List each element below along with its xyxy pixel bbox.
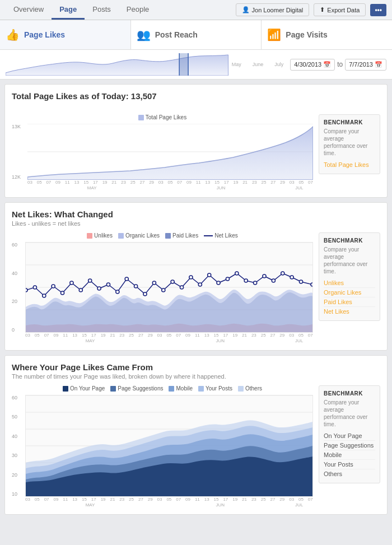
svg-point-37 — [263, 274, 266, 278]
x-numbers-where: 0305070911131517192123252729030507091113… — [25, 497, 313, 502]
legend-label-paid: Paid Likes — [172, 232, 198, 239]
y-20w: 20 — [12, 472, 23, 478]
svg-point-22 — [125, 277, 128, 281]
nav-right: 👤 Jon Loomer Digital ⬆ Export Data ••• — [236, 3, 386, 16]
total-likes-chart-main: Total Page Likes 13K 12K — [12, 114, 313, 190]
legend-suggestions: Page Suggestions — [110, 385, 163, 392]
date-to[interactable]: 7/7/2013 📅 — [345, 59, 386, 71]
date-to-value: 7/7/2013 — [349, 61, 373, 68]
calendar-from-icon: 📅 — [323, 61, 331, 68]
legend-dot-others — [238, 386, 244, 392]
total-likes-svg-area — [27, 124, 313, 180]
legend-your-posts: Your Posts — [198, 385, 232, 392]
where-likes-legend: On Your Page Page Suggestions Mobile You… — [12, 385, 313, 392]
total-likes-chart-container: 13K 12K — [12, 124, 313, 180]
net-likes-subtitle: Likes - unlikes = net likes — [12, 220, 380, 227]
month-jun: JUN — [156, 185, 285, 190]
benchmark-on-page[interactable]: On Your Page — [324, 431, 375, 441]
mini-jul-label: July — [274, 62, 283, 67]
user-btn[interactable]: 👤 Jon Loomer Digital — [236, 3, 310, 16]
total-likes-legend: Total Page Likes — [12, 114, 313, 120]
svg-point-20 — [106, 283, 110, 286]
where-month-jun: JUN — [155, 502, 285, 507]
svg-point-15 — [60, 291, 64, 295]
legend-paid: Paid Likes — [165, 232, 198, 239]
benchmark-net[interactable]: Net Likes — [324, 307, 375, 316]
legend-dot-your-posts — [198, 386, 204, 392]
where-likes-subtitle: The number of times your Page was liked,… — [12, 373, 380, 380]
more-btn[interactable]: ••• — [370, 4, 386, 16]
benchmark-title-where: BENCHMARK — [324, 390, 375, 397]
svg-point-27 — [171, 280, 174, 283]
total-likes-section-header: Total Page Likes as of Today: 13,507 — [4, 84, 388, 109]
nav-tab-overview[interactable]: Overview — [6, 1, 52, 20]
date-separator: to — [337, 60, 343, 68]
benchmark-unlikes[interactable]: Unlikes — [324, 278, 375, 288]
month-may: MAY — [27, 185, 156, 190]
benchmark-box-where: BENCHMARK Compare your average performan… — [319, 385, 380, 483]
legend-dot-suggestions — [110, 386, 116, 392]
date-from-value: 4/30/2013 — [294, 61, 321, 68]
y-label-12k: 12K — [12, 174, 25, 180]
svg-point-18 — [88, 279, 92, 282]
benchmark-item-total[interactable]: Total Page Likes — [324, 160, 375, 169]
svg-point-11 — [26, 288, 27, 292]
nav-tabs: Overview Page Posts People — [6, 1, 157, 20]
legend-label-suggestions: Page Suggestions — [118, 385, 163, 392]
legend-label-unlikes: Unlikes — [94, 232, 113, 239]
y-20: 20 — [12, 299, 23, 304]
net-likes-chart-area: Unlikes Organic Likes Paid Likes Net Lik… — [12, 232, 380, 343]
mini-may-label: May — [232, 62, 241, 67]
tab-page-likes[interactable]: 👍 Page Likes — [0, 20, 131, 49]
legend-label-mobile: Mobile — [176, 385, 192, 392]
benchmark-page-suggestions[interactable]: Page Suggestions — [324, 441, 375, 450]
svg-point-28 — [180, 286, 183, 289]
net-likes-chart-container: 60 40 20 0 — [12, 242, 313, 333]
where-likes-svg-container — [25, 395, 313, 497]
benchmark-mobile[interactable]: Mobile — [324, 450, 375, 460]
legend-dot-total — [138, 115, 144, 120]
nav-tab-page[interactable]: Page — [52, 1, 85, 20]
benchmark-paid[interactable]: Paid Likes — [324, 297, 375, 307]
legend-label-net: Net Likes — [214, 232, 238, 239]
where-likes-chart-area: On Your Page Page Suggestions Mobile You… — [12, 385, 380, 507]
legend-net: Net Likes — [204, 232, 238, 239]
x-months-net: MAY JUN JUL — [25, 338, 313, 343]
date-from[interactable]: 4/30/2013 📅 — [290, 59, 335, 71]
month-jul: JUL — [286, 185, 313, 190]
legend-mobile: Mobile — [169, 385, 192, 392]
x-03-may: 03 — [27, 180, 32, 185]
svg-point-23 — [134, 285, 138, 288]
benchmark-others[interactable]: Others — [324, 469, 375, 478]
where-month-may: MAY — [25, 502, 155, 507]
user-icon: 👤 — [242, 6, 250, 13]
legend-label-organic: Organic Likes — [125, 232, 160, 239]
nav-tab-people[interactable]: People — [119, 1, 157, 20]
total-likes-chart-area: Total Page Likes 13K 12K — [12, 114, 380, 190]
export-btn[interactable]: ⬆ Export Data — [314, 3, 366, 16]
nav-tab-posts[interactable]: Posts — [85, 1, 119, 20]
tab-page-visits[interactable]: 📶 Page Visits — [262, 20, 392, 49]
y-40: 40 — [12, 271, 23, 276]
tab-post-reach[interactable]: 👥 Post Reach — [131, 20, 262, 49]
export-icon: ⬆ — [320, 6, 325, 13]
svg-point-39 — [281, 272, 284, 275]
benchmark-your-posts[interactable]: Your Posts — [324, 460, 375, 469]
legend-line-net — [204, 235, 213, 236]
svg-point-42 — [311, 283, 312, 286]
y-label-13k: 13K — [12, 124, 25, 129]
benchmark-organic[interactable]: Organic Likes — [324, 288, 375, 297]
y-60: 60 — [12, 242, 23, 248]
visits-icon: 📶 — [267, 28, 281, 41]
legend-dot-on-page — [63, 386, 68, 392]
benchmark-desc-where: Compare your average performance over ti… — [324, 399, 375, 428]
svg-point-41 — [299, 280, 302, 283]
y-30w: 30 — [12, 453, 23, 458]
benchmark-desc-net: Compare your average performance over ti… — [324, 246, 375, 275]
legend-organic: Organic Likes — [118, 232, 160, 239]
calendar-to-icon: 📅 — [375, 61, 382, 68]
net-likes-svg-container — [25, 242, 313, 333]
net-likes-chart-main: Unlikes Organic Likes Paid Likes Net Lik… — [12, 232, 313, 343]
visits-label: Page Visits — [286, 30, 327, 39]
benchmark-title-net: BENCHMARK — [324, 237, 375, 244]
